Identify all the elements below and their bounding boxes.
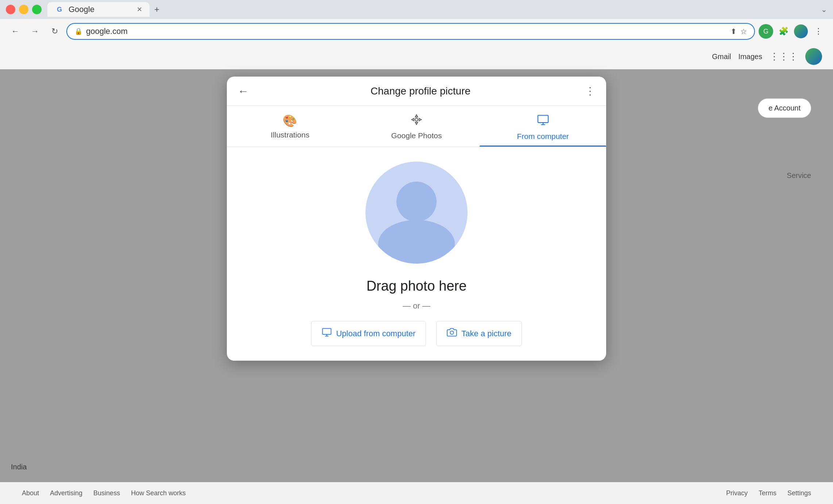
footer-business-link[interactable]: Business [93, 489, 120, 497]
tab-from-computer-label: From computer [517, 132, 569, 141]
footer-advertising-link[interactable]: Advertising [50, 489, 82, 497]
modal-header: ← Change profile picture ⋮ [227, 77, 606, 106]
minimize-button[interactable] [19, 5, 28, 14]
google-photos-icon [411, 114, 422, 128]
tab-illustrations[interactable]: 🎨 Illustrations [227, 106, 353, 147]
title-bar: G Google ✕ + ⌄ [0, 0, 833, 19]
illustrations-icon: 🎨 [283, 114, 297, 128]
page-content: Gmail Images ⋮⋮⋮ e Account Service India [0, 44, 833, 504]
lock-icon: 🔒 [74, 27, 82, 35]
modal-more-button[interactable]: ⋮ [585, 85, 595, 97]
gmail-link[interactable]: Gmail [712, 53, 731, 61]
images-link[interactable]: Images [738, 53, 762, 61]
share-icon[interactable]: ⬆ [731, 27, 737, 36]
modal-back-button[interactable]: ← [238, 85, 249, 97]
extensions-icon[interactable]: 🧩 [776, 24, 791, 39]
url-text: google.com [86, 27, 727, 36]
page-footer: About Advertising Business How Search wo… [0, 482, 833, 504]
footer-privacy-link[interactable]: Privacy [726, 489, 748, 497]
nav-bar: ← → ↻ 🔒 google.com ⬆ ☆ G 🧩 ⋮ [0, 19, 833, 44]
maximize-button[interactable] [32, 5, 42, 14]
tab-google-photos-label: Google Photos [391, 131, 442, 140]
google-apps-icon[interactable]: ⋮⋮⋮ [770, 51, 798, 62]
svg-rect-1 [538, 115, 548, 123]
terms-service-button[interactable]: Service [787, 171, 811, 180]
avatar-placeholder [365, 162, 468, 264]
main-area: e Account Service India ← Change profile… [0, 69, 833, 482]
tab-bar: G Google ✕ + [47, 2, 818, 17]
window-controls: ⌄ [821, 5, 827, 14]
footer-links-left: About Advertising Business How Search wo… [22, 489, 186, 497]
google-favicon-icon: G [55, 5, 64, 14]
active-tab[interactable]: G Google ✕ [47, 2, 150, 17]
forward-button[interactable]: → [27, 23, 43, 39]
tab-title: Google [69, 5, 132, 14]
tab-close-icon[interactable]: ✕ [137, 5, 142, 13]
manage-account-button[interactable]: e Account [758, 98, 811, 118]
computer-icon [537, 114, 549, 129]
bookmark-icon[interactable]: ☆ [740, 27, 747, 36]
india-region-text: India [11, 463, 27, 471]
footer-settings-link[interactable]: Settings [787, 489, 811, 497]
svg-point-0 [415, 118, 418, 121]
footer-links-right: Privacy Terms Settings [726, 489, 811, 497]
tab-from-computer[interactable]: From computer [480, 106, 606, 147]
google-header: Gmail Images ⋮⋮⋮ [0, 44, 833, 69]
avatar-head [396, 182, 437, 222]
more-options-icon[interactable]: ⋮ [811, 24, 826, 39]
nav-actions: G 🧩 ⋮ [759, 24, 826, 39]
tab-google-photos[interactable]: Google Photos [353, 106, 480, 147]
tab-illustrations-label: Illustrations [271, 131, 309, 139]
profile-icon[interactable] [794, 24, 808, 39]
refresh-button[interactable]: ↻ [47, 23, 63, 39]
avatar-body [378, 220, 455, 264]
modal-title: Change profile picture [256, 85, 585, 97]
close-button[interactable] [6, 5, 15, 14]
footer-how-search-works-link[interactable]: How Search works [131, 489, 186, 497]
new-tab-button[interactable]: + [150, 2, 164, 17]
google-extension-icon[interactable]: G [759, 24, 773, 39]
traffic-lights [6, 5, 42, 14]
address-bar[interactable]: 🔒 google.com ⬆ ☆ [66, 23, 755, 40]
modal-tabs: 🎨 Illustrations [227, 106, 606, 147]
footer-about-link[interactable]: About [22, 489, 39, 497]
footer-terms-link[interactable]: Terms [759, 489, 776, 497]
header-avatar[interactable] [805, 48, 822, 65]
browser-frame: G Google ✕ + ⌄ ← → ↻ 🔒 google.com ⬆ ☆ G [0, 0, 833, 504]
back-button[interactable]: ← [7, 23, 23, 39]
